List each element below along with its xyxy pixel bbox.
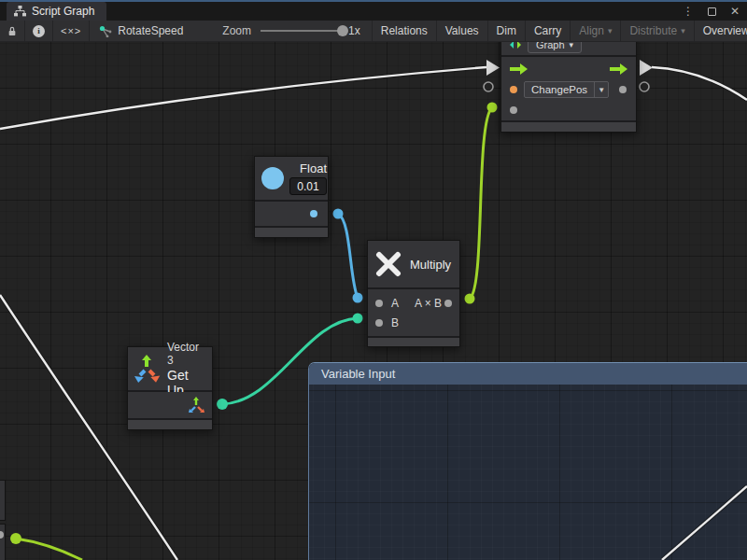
distribute-button[interactable]: Distribute ▾ <box>621 21 694 41</box>
float-value-input[interactable] <box>289 177 327 195</box>
float-node-title: Float <box>300 161 327 175</box>
values-button[interactable]: Values <box>437 21 488 41</box>
overview-button[interactable]: Overview <box>695 21 747 41</box>
vector-output-port-icon[interactable] <box>189 397 204 413</box>
graph-node-footer <box>501 122 636 132</box>
distribute-caret-icon: ▾ <box>681 27 685 35</box>
float-node[interactable]: Float <box>254 156 329 238</box>
tab-script-graph[interactable]: Script Graph <box>7 2 106 21</box>
graph-bottom-port[interactable] <box>510 106 517 114</box>
multiply-output-port[interactable] <box>444 300 452 307</box>
info-icon: i <box>33 25 45 37</box>
float-node-body <box>255 202 328 226</box>
code-icon: <×> <box>61 25 81 36</box>
vector3-icon <box>134 355 161 383</box>
graph-asset-icon <box>99 25 112 37</box>
flow-in-arrow-icon[interactable] <box>510 67 520 71</box>
multiply-output-label: A × B <box>415 297 442 310</box>
flow-out-arrow-icon[interactable] <box>610 67 620 71</box>
vector3-getup-node[interactable]: Vector 3 Get Up <box>127 346 213 430</box>
graph-variable-port[interactable] <box>510 86 517 93</box>
graph-name-label: RotateSpeed <box>118 24 183 37</box>
close-icon[interactable]: ✕ <box>726 3 743 20</box>
float-type-icon <box>261 167 284 189</box>
multiply-input-b-label: B <box>391 316 399 329</box>
zoom-value: 1x <box>348 24 360 37</box>
zoom-control: Zoom 1x <box>190 21 371 41</box>
window-controls: ⋮ ✕ <box>680 2 743 21</box>
float-node-footer <box>255 228 328 237</box>
tab-title: Script Graph <box>32 5 94 18</box>
multiply-node-header: Multiply <box>368 241 459 287</box>
lock-icon <box>7 25 17 37</box>
graph-breadcrumb[interactable]: RotateSpeed <box>90 21 190 41</box>
float-node-header: Float <box>255 157 328 200</box>
zoom-label: Zoom <box>222 24 251 37</box>
clipped-node-section-2[interactable] <box>0 524 6 560</box>
multiply-input-a-label: A <box>391 297 399 310</box>
zoom-slider-handle[interactable] <box>337 25 348 36</box>
variable-input-panel-header[interactable]: Variable Input <box>309 363 747 385</box>
chevron-down-icon: ▾ <box>570 41 574 49</box>
vector-node-footer <box>128 420 212 429</box>
script-graph-window: Variable Input <box>0 0 747 560</box>
dropdown-caret-icon: ▼ <box>594 82 608 97</box>
dim-button[interactable]: Dim <box>488 21 526 41</box>
tab-bar: Script Graph ⋮ ✕ <box>0 0 747 21</box>
changepos-dropdown-value: ChangePos <box>525 84 594 95</box>
multiply-input-b-port[interactable] <box>375 319 383 327</box>
vector-node-body <box>128 392 212 418</box>
window-focus-line <box>0 0 747 2</box>
multiply-node[interactable]: Multiply A A × B B <box>367 240 460 347</box>
changepos-dropdown[interactable]: ChangePos ▼ <box>524 81 609 98</box>
graph-node-body: ChangePos ▼ <box>501 57 636 120</box>
clipped-node-section[interactable] <box>0 480 6 521</box>
float-output-port[interactable] <box>310 210 317 217</box>
relations-button[interactable]: Relations <box>372 21 437 41</box>
multiply-node-title: Multiply <box>410 258 451 272</box>
multiply-icon <box>375 251 402 277</box>
lock-button[interactable] <box>0 21 25 41</box>
zoom-slider[interactable] <box>261 30 346 32</box>
variable-input-panel-body[interactable] <box>309 385 747 560</box>
variable-input-panel: Variable Input <box>308 362 747 560</box>
multiply-input-a-port[interactable] <box>375 300 383 307</box>
edit-script-button[interactable]: <×> <box>53 21 90 41</box>
multiply-node-body: A A × B B <box>368 289 459 336</box>
graph-unit-node[interactable]: Graph ▾ ChangePos ▼ <box>500 34 637 133</box>
graph-output-port[interactable] <box>619 86 627 93</box>
window-menu-icon[interactable]: ⋮ <box>680 3 697 20</box>
align-button[interactable]: Align ▾ <box>571 21 621 41</box>
variable-input-panel-title: Variable Input <box>321 367 395 381</box>
graph-toolbar: i <×> RotateSpeed Zoom 1x Relations Valu… <box>0 21 747 42</box>
script-graph-icon <box>14 6 26 17</box>
vector-node-header: Vector 3 Get Up <box>128 347 212 390</box>
vector-node-title: Vector 3 <box>167 341 205 367</box>
multiply-node-footer <box>368 338 459 346</box>
info-button[interactable]: i <box>25 21 53 41</box>
carry-button[interactable]: Carry <box>526 21 571 41</box>
align-caret-icon: ▾ <box>608 27 613 35</box>
maximize-icon[interactable] <box>703 3 720 20</box>
